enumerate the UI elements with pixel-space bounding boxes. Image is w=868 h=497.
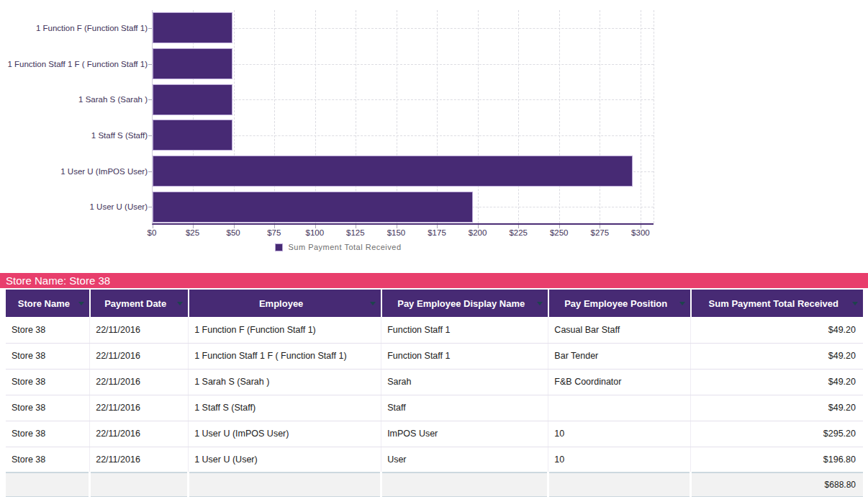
sort-arrow-icon[interactable]	[537, 302, 543, 305]
table-cell: 1 Function Staff 1 F ( Function Staff 1)	[189, 343, 381, 369]
category-label: 1 Function Staff 1 F ( Function Staff 1)	[0, 60, 148, 68]
bar-1	[153, 12, 232, 43]
table-cell: Store 38	[6, 343, 90, 369]
category-label: 1 Function F (Function Staff 1)	[0, 24, 148, 32]
column-header-payment-date[interactable]: Payment Date	[90, 290, 189, 317]
footer-cell	[90, 473, 189, 497]
chart-category-axis: 1 Function F (Function Staff 1)1 Functio…	[0, 10, 148, 225]
legend-swatch-icon	[275, 243, 283, 251]
table-row: Store 3822/11/20161 User U (ImPOS User)I…	[6, 421, 863, 447]
sort-arrow-icon[interactable]	[177, 302, 183, 305]
table-cell: Store 38	[6, 317, 90, 343]
table-header-row: Store Name Payment Date Employee Pay Emp…	[6, 290, 863, 317]
footer-cell	[548, 473, 691, 497]
table-cell: 22/11/2016	[90, 317, 189, 343]
x-tick-label: $200	[469, 228, 487, 237]
table-cell: Bar Tender	[548, 343, 691, 369]
x-tick-label: $225	[509, 228, 528, 237]
table-cell: $49.20	[691, 343, 863, 369]
table-cell: Staff	[381, 395, 548, 421]
table-cell: Function Staff 1	[381, 317, 548, 343]
x-tick-label: $275	[591, 228, 610, 237]
sort-arrow-icon[interactable]	[370, 302, 376, 305]
table-row: Store 3822/11/20161 Sarah S (Sarah )Sara…	[6, 369, 863, 395]
gridline-vertical	[518, 10, 519, 223]
table-cell: User	[381, 447, 548, 473]
column-header-label: Pay Employee Display Name	[397, 298, 525, 309]
x-tick-label: $25	[186, 228, 199, 237]
payments-bar-chart: 1 Function F (Function Staff 1)1 Functio…	[0, 4, 677, 256]
category-label: 1 Sarah S (Sarah )	[0, 95, 148, 104]
table-cell: 22/11/2016	[90, 447, 189, 473]
sort-arrow-icon[interactable]	[78, 302, 84, 305]
y-axis-tick	[148, 64, 152, 65]
table-cell: Store 38	[6, 395, 90, 421]
column-header-pay-employee-display-name[interactable]: Pay Employee Display Name	[381, 290, 548, 317]
table-cell: 1 User U (User)	[189, 447, 381, 473]
sort-arrow-icon[interactable]	[852, 302, 858, 305]
chart-legend[interactable]: Sum Payment Total Received	[0, 243, 677, 251]
x-tick-label: $250	[550, 228, 569, 237]
table-cell: $196.80	[691, 447, 863, 473]
table-cell: $49.20	[691, 317, 863, 343]
table-cell: Store 38	[6, 421, 90, 447]
column-header-employee[interactable]: Employee	[189, 290, 381, 317]
table-title: Store Name: Store 38	[0, 273, 868, 288]
x-tick-label: $75	[267, 228, 281, 237]
footer-total: $688.80	[691, 473, 863, 497]
x-tick-label: $150	[387, 228, 406, 237]
legend-label: Sum Payment Total Received	[288, 243, 401, 251]
category-label: 1 User U (ImPOS User)	[0, 167, 148, 176]
column-header-label: Sum Payment Total Received	[709, 298, 838, 309]
footer-cell	[381, 473, 548, 497]
table-cell: 22/11/2016	[90, 369, 189, 395]
table-cell: Store 38	[6, 447, 90, 473]
category-label: 1 User U (User)	[0, 202, 148, 211]
table-row: Store 3822/11/20161 Function F (Function…	[6, 317, 863, 343]
table-cell: 1 Function F (Function Staff 1)	[189, 317, 381, 343]
gridline-vertical	[559, 10, 560, 223]
x-tick-label: $50	[227, 228, 240, 237]
table-cell: ImPOS User	[381, 421, 548, 447]
sort-arrow-icon[interactable]	[679, 302, 685, 305]
gridline-vertical	[654, 10, 654, 223]
table-cell: Sarah	[381, 369, 548, 395]
category-label: 1 Staff S (Staff)	[0, 131, 148, 140]
table-cell: $295.20	[691, 421, 863, 447]
table-cell: $49.20	[691, 395, 863, 421]
x-tick-label: $125	[346, 228, 365, 237]
y-axis-tick	[148, 99, 152, 100]
bar-5	[153, 156, 633, 187]
column-header-label: Payment Date	[104, 298, 166, 309]
y-axis-tick	[148, 28, 152, 29]
table-cell: 22/11/2016	[90, 421, 189, 447]
table-cell: F&B Coordinator	[548, 369, 691, 395]
footer-cell	[189, 473, 381, 497]
chart-plot-area	[152, 10, 654, 225]
table-row: Store 3822/11/20161 Staff S (Staff)Staff…	[6, 395, 863, 421]
column-header-label: Store Name	[18, 298, 70, 309]
column-header-sum-payment-total-received[interactable]: Sum Payment Total Received	[691, 290, 863, 317]
table-row: Store 3822/11/20161 Function Staff 1 F (…	[6, 343, 863, 369]
table-cell: Store 38	[6, 369, 90, 395]
table-row: Store 3822/11/20161 User U (User)User10$…	[6, 447, 863, 473]
x-tick-label: $175	[428, 228, 446, 237]
bar-6	[153, 192, 473, 223]
x-tick-label: $300	[631, 228, 650, 237]
x-tick-label: $100	[306, 228, 325, 237]
table-cell: 1 Sarah S (Sarah )	[189, 369, 381, 395]
column-header-store-name[interactable]: Store Name	[6, 290, 90, 317]
x-tick-label: $0	[148, 228, 157, 237]
column-header-pay-employee-position[interactable]: Pay Employee Position	[548, 290, 691, 317]
table-cell: $49.20	[691, 369, 863, 395]
table-cell: 22/11/2016	[90, 395, 189, 421]
table-cell: Function Staff 1	[381, 343, 548, 369]
table-cell: Casual Bar Staff	[548, 317, 691, 343]
table-cell: 1 User U (ImPOS User)	[189, 421, 381, 447]
table-cell: 10	[548, 421, 691, 447]
bar-4	[153, 120, 232, 151]
table-cell: 22/11/2016	[90, 343, 189, 369]
footer-cell	[6, 473, 90, 497]
column-header-label: Employee	[259, 298, 303, 309]
y-axis-tick	[148, 207, 152, 207]
